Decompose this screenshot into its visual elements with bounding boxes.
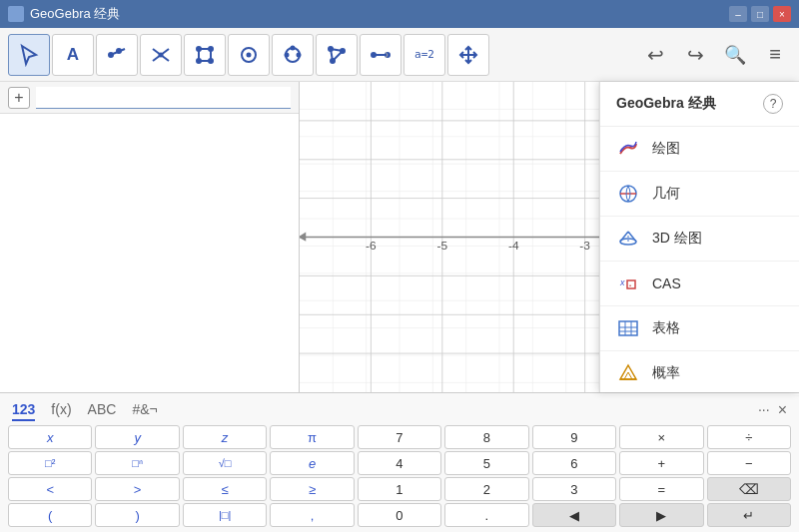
menu-item-probability[interactable]: 概率 [600, 351, 799, 396]
select-tool[interactable] [8, 34, 50, 76]
circle-tool[interactable] [228, 34, 270, 76]
svg-point-19 [292, 46, 295, 49]
key-power[interactable]: □ⁿ [95, 451, 179, 475]
key-lte[interactable]: ≤ [183, 477, 267, 501]
menu-button[interactable]: ≡ [759, 39, 791, 71]
arc-tool[interactable] [272, 34, 314, 76]
key-y[interactable]: y [95, 425, 179, 449]
help-button[interactable]: ? [763, 94, 783, 114]
svg-line-107 [628, 372, 632, 379]
key-equals[interactable]: = [619, 477, 703, 501]
svg-text:-3: -3 [579, 240, 590, 251]
key-x[interactable]: x [8, 425, 92, 449]
key-multiply[interactable]: × [619, 425, 703, 449]
svg-text:-5: -5 [437, 240, 448, 251]
key-3[interactable]: 3 [532, 477, 616, 501]
text-tool[interactable]: A [52, 34, 94, 76]
input-tool[interactable]: a=2 [403, 34, 445, 76]
key-left[interactable]: ◀ [532, 503, 616, 527]
key-5[interactable]: 5 [444, 451, 528, 475]
minimize-button[interactable]: – [729, 6, 747, 22]
key-7[interactable]: 7 [358, 425, 441, 449]
svg-line-25 [333, 51, 343, 61]
key-abs[interactable]: |□| [183, 503, 267, 527]
keyboard-area: 123 f(x) ABC #&¬ ··· × x y z π 7 8 9 × ÷… [0, 392, 799, 532]
key-sqrt[interactable]: √□ [183, 451, 267, 475]
app-icon [8, 6, 24, 22]
svg-point-17 [286, 53, 289, 56]
key-gt[interactable]: > [95, 477, 179, 501]
perpendicular-tool[interactable] [140, 34, 182, 76]
key-backspace[interactable]: ⌫ [707, 477, 791, 501]
add-expression-button[interactable]: + [8, 87, 30, 109]
key-minus[interactable]: − [707, 451, 791, 475]
keyboard-row-4: ( ) |□| , 0 . ◀ ▶ ↵ [8, 503, 791, 527]
key-lparen[interactable]: ( [8, 503, 92, 527]
key-2[interactable]: 2 [444, 477, 528, 501]
algebra-panel: + [0, 82, 300, 392]
keyboard-more-button[interactable]: ··· [758, 401, 770, 419]
menu-item-cas[interactable]: x • CAS [600, 262, 799, 306]
tab-abc[interactable]: ABC [88, 399, 117, 421]
key-e[interactable]: e [270, 451, 354, 475]
key-plus[interactable]: + [619, 451, 703, 475]
key-right[interactable]: ▶ [619, 503, 703, 527]
segment-tool[interactable] [360, 34, 401, 76]
titlebar-controls: – □ × [729, 6, 791, 22]
polygon-tool[interactable] [184, 34, 226, 76]
key-z[interactable]: z [183, 425, 267, 449]
tab-special[interactable]: #&¬ [132, 399, 157, 421]
key-8[interactable]: 8 [444, 425, 528, 449]
undo-button[interactable]: ↩ [639, 39, 671, 71]
3d-icon [616, 227, 640, 251]
key-square[interactable]: □² [8, 451, 92, 475]
probability-icon [616, 361, 640, 385]
key-gte[interactable]: ≥ [270, 477, 354, 501]
key-4[interactable]: 4 [358, 451, 441, 475]
ray-tool[interactable] [96, 34, 138, 76]
toolbar-right: ↩ ↪ 🔍 ≡ [639, 39, 791, 71]
key-6[interactable]: 6 [532, 451, 616, 475]
redo-button[interactable]: ↪ [679, 39, 711, 71]
key-enter[interactable]: ↵ [707, 503, 791, 527]
key-pi[interactable]: π [270, 425, 354, 449]
geometry-label: 几何 [652, 185, 680, 203]
keyboard-row-3: < > ≤ ≥ 1 2 3 = ⌫ [8, 477, 791, 501]
svg-line-108 [624, 372, 628, 379]
3d-label: 3D 绘图 [652, 230, 702, 248]
menu-item-3d[interactable]: 3D 绘图 [600, 217, 799, 262]
keyboard-close-button[interactable]: × [778, 401, 787, 419]
algebra-input[interactable] [36, 87, 291, 109]
svg-line-95 [628, 232, 636, 242]
move-tool[interactable] [447, 34, 489, 76]
tab-fx[interactable]: f(x) [51, 399, 71, 421]
right-side-menu: GeoGebra 经典 ? 绘图 几何 [599, 82, 799, 392]
algebra-header: + [0, 82, 299, 114]
menu-item-table[interactable]: 表格 [600, 306, 799, 351]
transform-tool[interactable] [316, 34, 358, 76]
table-icon [616, 316, 640, 340]
key-dot[interactable]: . [444, 503, 528, 527]
geometry-icon [616, 182, 640, 206]
svg-line-94 [620, 232, 628, 242]
keyboard-row-2: □² □ⁿ √□ e 4 5 6 + − [8, 451, 791, 475]
toolbar: A [0, 28, 799, 82]
key-0[interactable]: 0 [358, 503, 441, 527]
key-1[interactable]: 1 [358, 477, 441, 501]
key-rparen[interactable]: ) [95, 503, 179, 527]
key-comma[interactable]: , [270, 503, 354, 527]
key-lt[interactable]: < [8, 477, 92, 501]
key-divide[interactable]: ÷ [707, 425, 791, 449]
close-button[interactable]: × [773, 6, 791, 22]
key-9[interactable]: 9 [532, 425, 616, 449]
menu-item-drawing[interactable]: 绘图 [600, 127, 799, 172]
tab-123[interactable]: 123 [12, 399, 35, 421]
drawing-icon [616, 137, 640, 161]
svg-point-15 [248, 53, 251, 56]
menu-item-geometry[interactable]: 几何 [600, 172, 799, 217]
svg-point-26 [372, 53, 376, 57]
probability-label: 概率 [652, 364, 680, 382]
search-button[interactable]: 🔍 [719, 39, 751, 71]
titlebar-title: GeoGebra 经典 [30, 5, 120, 23]
maximize-button[interactable]: □ [751, 6, 769, 22]
